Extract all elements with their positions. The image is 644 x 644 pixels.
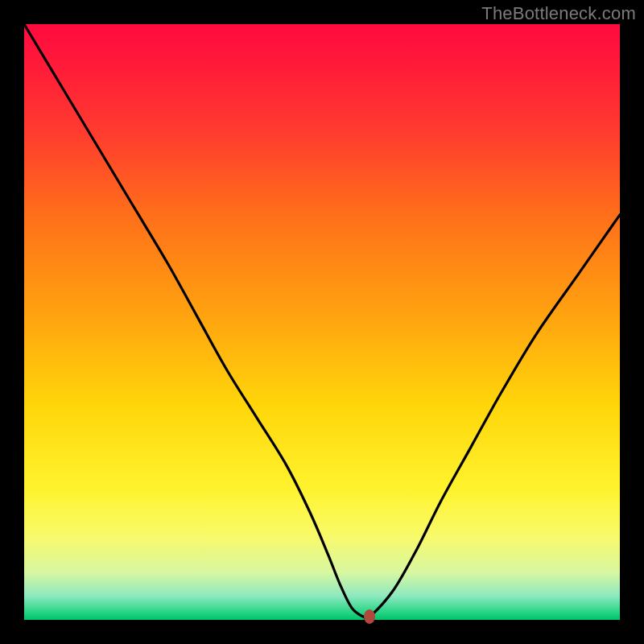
watermark-text: TheBottleneck.com	[481, 3, 636, 24]
chart-frame: TheBottleneck.com	[0, 0, 644, 644]
plot-area	[24, 24, 620, 620]
bottleneck-curve	[24, 24, 620, 620]
optimal-point-marker	[364, 609, 375, 624]
